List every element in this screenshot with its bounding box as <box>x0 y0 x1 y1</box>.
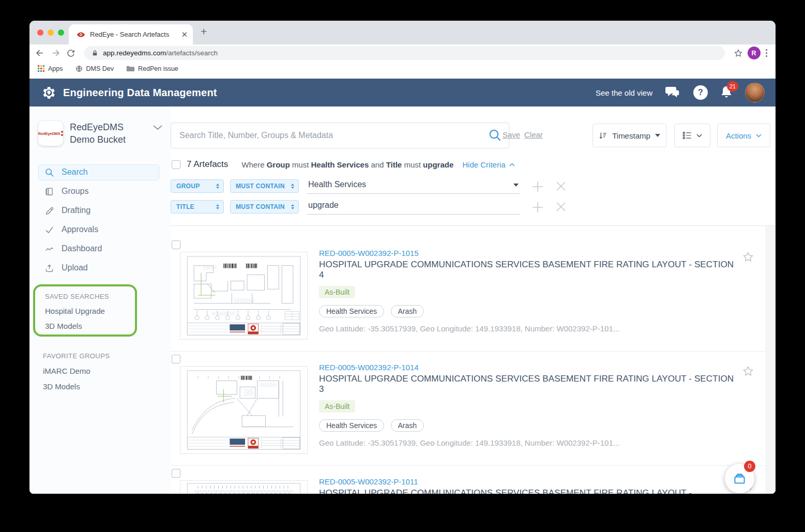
chevron-down-icon[interactable] <box>153 125 162 130</box>
criteria-value-input[interactable]: upgrade <box>307 200 520 215</box>
basket-count-badge: 0 <box>744 461 755 472</box>
criteria-value-dropdown[interactable]: Health Services <box>307 179 520 194</box>
browser-tab[interactable]: RedEye - Search Artefacts ✕ <box>69 24 193 44</box>
result-checkbox[interactable] <box>172 355 180 363</box>
folder-icon <box>126 65 134 72</box>
sidebar-item-upload[interactable]: Upload <box>38 260 159 276</box>
search-input[interactable] <box>171 123 509 148</box>
list-view-icon <box>682 131 692 140</box>
artefact-number-link[interactable]: RED-0005-W002392-P-1014 <box>319 363 737 372</box>
group-tag[interactable]: Arash <box>391 419 424 432</box>
user-avatar[interactable] <box>745 83 765 102</box>
browser-profile-avatar[interactable]: R <box>748 47 761 59</box>
see-old-view-link[interactable]: See the old view <box>596 88 652 97</box>
artefact-number-link[interactable]: RED-0005-W002392-P-1015 <box>319 249 737 257</box>
table-row: RED-0005-W002392-P-1014 HOSPITAL UPGRADE… <box>171 352 765 466</box>
drawing-preview <box>180 252 307 339</box>
tab-title: RedEye - Search Artefacts <box>90 31 176 38</box>
lock-icon <box>92 50 98 57</box>
chevron-up-icon <box>509 163 515 166</box>
criteria-operator-select[interactable]: MUST CONTAIN <box>230 200 299 214</box>
reload-icon[interactable] <box>65 47 77 59</box>
artefact-thumbnail[interactable] <box>180 480 308 494</box>
back-icon[interactable] <box>34 47 46 59</box>
artefact-thumbnail[interactable] <box>180 366 308 454</box>
select-all-checkbox[interactable] <box>172 160 180 169</box>
result-checkbox[interactable] <box>172 240 180 249</box>
sidebar-item-groups[interactable]: Groups <box>38 184 159 200</box>
caret-down-icon <box>655 134 660 137</box>
minimize-window-button[interactable] <box>48 29 54 36</box>
result-checkbox[interactable] <box>172 469 180 478</box>
artefact-number-link[interactable]: RED-0005-W002392-P-1011 <box>319 477 737 486</box>
chevron-down-icon <box>756 134 762 138</box>
bucket-selector[interactable]: RedEyeDMS RedEyeDMS Demo Bucket <box>38 121 171 146</box>
redeye-favicon <box>77 32 85 38</box>
sidebar-item-search[interactable]: Search <box>38 164 159 180</box>
help-icon[interactable]: ? <box>693 85 708 100</box>
sidebar-item-drafting[interactable]: Drafting <box>38 203 159 219</box>
criteria-summary: Where Group must Health Services and Tit… <box>241 160 453 169</box>
add-criteria-icon[interactable] <box>531 180 544 193</box>
basket-icon <box>732 471 747 486</box>
tab-close-icon[interactable]: ✕ <box>181 30 188 39</box>
add-criteria-icon[interactable] <box>531 201 544 214</box>
save-search-link[interactable]: Save <box>503 130 520 139</box>
favorite-group-imarc-demo[interactable]: iMARC Demo <box>43 367 171 375</box>
bookmark-redpen-issue[interactable]: RedPen issue <box>126 65 178 72</box>
group-tag[interactable]: Health Services <box>319 419 384 432</box>
artefact-title: HOSPITAL UPGRADE COMMUNICATIONS SERVICES… <box>319 488 737 494</box>
favorite-star-icon[interactable] <box>742 251 754 263</box>
zoom-window-button[interactable] <box>58 29 64 36</box>
bucket-name: RedEyeDMS Demo Bucket <box>70 121 126 146</box>
group-tag[interactable]: Arash <box>391 305 424 317</box>
clear-search-link[interactable]: Clear <box>524 130 543 139</box>
chevron-down-icon <box>696 134 702 138</box>
new-tab-button[interactable]: + <box>201 25 207 38</box>
browser-menu-icon[interactable] <box>764 49 770 57</box>
criteria-operator-select[interactable]: MUST CONTAIN <box>230 179 299 193</box>
sidebar: RedEyeDMS RedEyeDMS Demo Bucket Search <box>29 107 171 494</box>
sidebar-item-dashboard[interactable]: Dashboard <box>38 241 159 257</box>
criteria-row-title: TITLE MUST CONTAIN upgrade <box>171 200 567 215</box>
saved-searches-heading: SAVED SEARCHES <box>45 293 130 300</box>
favorite-group-3d-models[interactable]: 3D Models <box>43 382 171 391</box>
saved-search-3d-models[interactable]: 3D Models <box>45 322 130 330</box>
sort-icon <box>599 131 607 140</box>
forward-icon[interactable] <box>49 47 62 59</box>
artefact-thumbnail[interactable] <box>180 252 308 340</box>
chat-icon[interactable] <box>665 86 681 100</box>
favorite-star-icon[interactable] <box>742 365 754 377</box>
bookmark-star-icon[interactable] <box>732 47 745 59</box>
drawing-preview <box>180 481 307 494</box>
remove-criteria-icon[interactable] <box>555 201 567 212</box>
group-tag[interactable]: Health Services <box>319 305 384 317</box>
view-mode-button[interactable] <box>674 124 710 147</box>
hide-criteria-link[interactable]: Hide Criteria <box>462 160 514 169</box>
sidebar-item-approvals[interactable]: Approvals <box>38 222 159 238</box>
basket-fab-button[interactable]: 0 <box>725 464 754 493</box>
app-header: Engineering Data Management See the old … <box>29 79 776 107</box>
browser-window: RedEye - Search Artefacts ✕ + app.redeye… <box>29 21 776 494</box>
criteria-field-select[interactable]: TITLE <box>171 200 224 214</box>
address-bar[interactable]: app.redeyedms.com/artefacts/search <box>84 46 725 60</box>
approvals-check-icon <box>44 225 54 235</box>
drawing-preview <box>180 367 307 453</box>
dashboard-trend-icon <box>44 244 54 254</box>
results-list: RED-0005-W002392-P-1015 HOSPITAL UPGRADE… <box>171 226 765 494</box>
saved-search-hospital-upgrade[interactable]: Hospital Upgrade <box>45 307 130 315</box>
criteria-field-select[interactable]: GROUP <box>171 179 224 193</box>
table-row: RED-0005-W002392-P-1015 HOSPITAL UPGRADE… <box>171 237 765 352</box>
remove-criteria-icon[interactable] <box>555 180 567 192</box>
close-window-button[interactable] <box>37 29 43 36</box>
search-submit-icon[interactable] <box>488 128 502 142</box>
notifications-bell-icon[interactable]: 21 <box>720 86 733 99</box>
browser-toolbar: app.redeyedms.com/artefacts/search R <box>29 44 776 62</box>
bookmark-dms-dev[interactable]: DMS Dev <box>75 65 114 72</box>
sort-timestamp-button[interactable]: Timestamp <box>593 124 666 147</box>
favorite-groups-heading: FAVORITE GROUPS <box>43 352 171 360</box>
actions-button[interactable]: Actions <box>717 124 770 147</box>
bookmark-apps[interactable]: Apps <box>38 65 63 72</box>
caret-down-icon <box>513 184 519 187</box>
artefact-count: 7 Artefacts <box>187 159 228 170</box>
